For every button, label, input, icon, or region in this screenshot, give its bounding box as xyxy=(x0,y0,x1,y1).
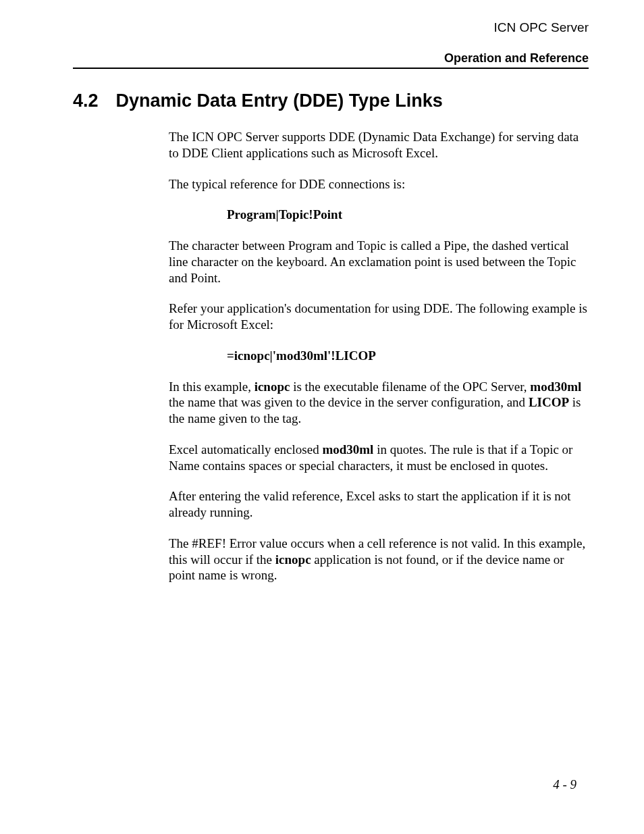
paragraph: Refer your application's documentation f… xyxy=(169,301,589,333)
paragraph: After entering the valid reference, Exce… xyxy=(169,488,589,521)
chapter-header-bar: Operation and Reference xyxy=(73,51,589,69)
bold-term: icnopc xyxy=(275,552,311,567)
paragraph: Excel automatically enclosed mod30ml in … xyxy=(169,442,589,474)
code-reference: =icnopc|'mod30ml'!LICOP xyxy=(227,348,589,364)
bold-term: LICOP xyxy=(529,395,569,409)
text-run: the name that was given to the device in… xyxy=(169,395,529,409)
section-title: Dynamic Data Entry (DDE) Type Links xyxy=(116,90,443,111)
document-page: ICN OPC Server Operation and Reference 4… xyxy=(0,0,644,834)
section-heading: 4.2 Dynamic Data Entry (DDE) Type Links xyxy=(73,90,589,111)
paragraph: The typical reference for DDE connection… xyxy=(169,176,589,192)
section-number: 4.2 xyxy=(73,90,99,111)
chapter-title: Operation and Reference xyxy=(73,51,589,66)
paragraph: The #REF! Error value occurs when a cell… xyxy=(169,536,589,583)
page-number: 4 - 9 xyxy=(553,777,576,792)
body-content: The ICN OPC Server supports DDE (Dynamic… xyxy=(169,129,589,583)
paragraph: The ICN OPC Server supports DDE (Dynamic… xyxy=(169,129,589,161)
paragraph: In this example, icnopc is the executabl… xyxy=(169,379,589,427)
document-title: ICN OPC Server xyxy=(73,20,589,35)
code-reference: Program|Topic!Point xyxy=(227,207,589,223)
text-run: Excel automatically enclosed xyxy=(169,442,322,457)
bold-term: mod30ml xyxy=(530,380,581,394)
bold-term: mod30ml xyxy=(322,442,373,457)
paragraph: The character between Program and Topic … xyxy=(169,238,589,286)
bold-term: icnopc xyxy=(254,380,290,394)
text-run: is the executable filename of the OPC Se… xyxy=(290,380,530,394)
text-run: In this example, xyxy=(169,380,254,394)
